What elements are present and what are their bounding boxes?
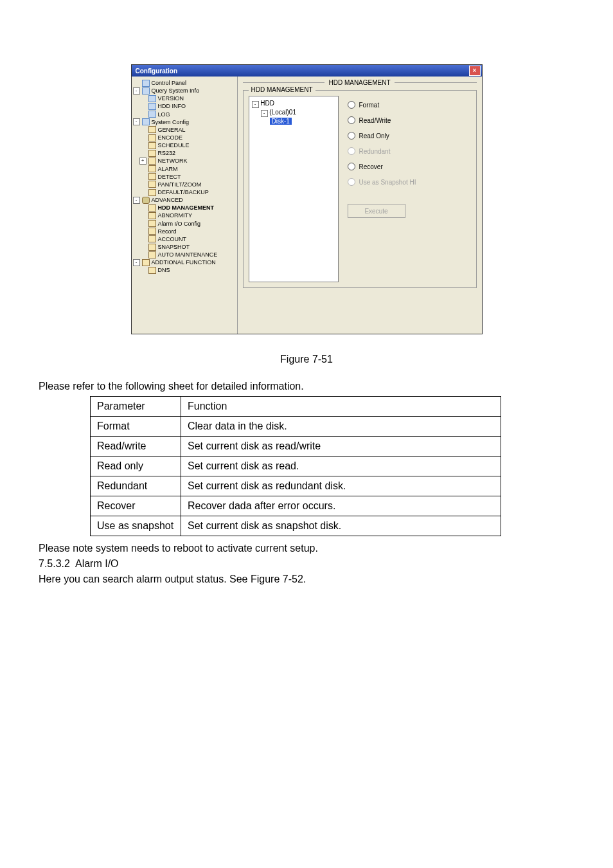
tree-item-label: Record — [158, 228, 177, 235]
radio-read-only[interactable]: Read Only — [348, 132, 466, 140]
tree-item[interactable]: LOG — [133, 111, 236, 118]
collapse-icon[interactable]: - — [252, 101, 259, 108]
tree-item-label: SCHEDULE — [158, 141, 190, 149]
tree-item-label: ENCODE — [158, 134, 183, 141]
tree-item-label: ABNORMITY — [158, 212, 193, 219]
collapse-icon[interactable]: - — [261, 110, 268, 117]
folder-icon — [148, 204, 156, 212]
collapse-icon[interactable]: - — [133, 197, 140, 204]
folder-icon — [148, 150, 156, 157]
table-header-param: Parameter — [91, 397, 181, 417]
table-row: RedundantSet current disk as redundant d… — [91, 476, 501, 496]
close-button[interactable]: × — [469, 66, 481, 76]
tree-item[interactable]: Record — [133, 228, 236, 235]
close-icon: × — [473, 68, 477, 74]
folder-icon — [148, 126, 156, 133]
hdd-tree-root[interactable]: - HDD — [252, 99, 335, 108]
radio-redundant: Redundant — [348, 147, 466, 155]
section-body: Here you can search alarm output status.… — [39, 574, 574, 585]
hdd-tree-local[interactable]: - (Local)01 — [252, 108, 335, 117]
tree-item[interactable]: VERSION — [133, 95, 236, 102]
folder-icon — [148, 134, 156, 141]
content-pane: HDD MANAGEMENT HDD MANAGEMENT - HDD - (L… — [238, 77, 482, 334]
tree-item[interactable]: ABNORMITY — [133, 212, 236, 219]
tree-item-label: ADDTIONAL FUNCTION — [152, 258, 216, 266]
radio-label: Read/Write — [359, 117, 391, 124]
expand-icon[interactable]: + — [139, 158, 147, 165]
hdd-tree-disk[interactable]: Disk-1 — [252, 117, 335, 126]
execute-button[interactable]: Execute — [348, 204, 405, 218]
tree-item[interactable]: -ADVANCED — [133, 196, 236, 204]
parameter-table: Parameter Function FormatClear data in t… — [90, 396, 501, 536]
tree-item[interactable]: AUTO MAINTENANCE — [133, 251, 236, 258]
tree-item[interactable]: Control Panel — [133, 79, 236, 87]
tree-item[interactable]: HDD INFO — [133, 102, 236, 110]
system-icon — [142, 118, 150, 125]
section-number: 7.5.3.2 — [39, 558, 70, 569]
note-text: Please note system needs to reboot to ac… — [39, 543, 574, 554]
radio-label: Format — [359, 102, 380, 109]
config-tree[interactable]: Control Panel-Query System InfoVERSIONHD… — [132, 77, 238, 334]
radio-label: Read Only — [359, 132, 389, 140]
tree-item-label: System Config — [152, 118, 190, 126]
tree-item[interactable]: -Query System Info — [133, 87, 236, 95]
tree-item-label: VERSION — [158, 95, 184, 102]
radio-icon — [348, 178, 355, 186]
radio-format[interactable]: Format — [348, 101, 466, 109]
hdd-tree[interactable]: - HDD - (Local)01 Disk-1 — [249, 96, 339, 282]
tree-item[interactable]: DETECT — [133, 173, 236, 181]
folder-icon — [142, 259, 150, 266]
groupbox-label: HDD MANAGEMENT — [249, 86, 315, 93]
tree-item-label: Alarm I/O Config — [158, 220, 201, 228]
tree-item[interactable]: ENCODE — [133, 134, 236, 141]
tree-item-label: AUTO MAINTENANCE — [158, 251, 218, 258]
radio-label: Recover — [359, 163, 383, 170]
folder-icon — [148, 212, 156, 219]
tree-item-label: DNS — [158, 266, 170, 274]
collapse-icon[interactable]: - — [133, 259, 140, 266]
tree-item[interactable]: ACCOUNT — [133, 235, 236, 243]
system-icon — [142, 80, 150, 87]
panel-title-text: HDD MANAGEMENT — [328, 79, 390, 86]
radio-label: Use as Snapshot HI — [359, 179, 416, 186]
tree-item[interactable]: GENERAL — [133, 126, 236, 134]
folder-icon — [148, 165, 156, 172]
tree-item-label: Query System Info — [152, 87, 200, 95]
tree-item[interactable]: RS232 — [133, 149, 236, 157]
tree-item-label: NETWORK — [158, 157, 188, 165]
radio-read-write[interactable]: Read/Write — [348, 116, 466, 124]
tree-item[interactable]: HDD MANAGEMENT — [133, 204, 236, 212]
tree-item-label: PAN/TILT/ZOOM — [158, 181, 202, 188]
radio-recover[interactable]: Recover — [348, 163, 466, 170]
table-row: Use as snapshotSet current disk as snaps… — [91, 516, 501, 536]
folder-icon — [148, 244, 156, 251]
system-icon — [148, 95, 156, 102]
table-row: RecoverRecover dada after error occurs. — [91, 496, 501, 516]
tree-item[interactable]: SCHEDULE — [133, 141, 236, 149]
hdd-groupbox: HDD MANAGEMENT - HDD - (Local)01 Disk-1 — [243, 90, 477, 288]
collapse-icon[interactable]: - — [133, 87, 140, 95]
panel-section-title: HDD MANAGEMENT — [243, 79, 477, 86]
table-row: Read onlySet current disk as read. — [91, 457, 501, 476]
table-row: Read/writeSet current disk as read/write — [91, 437, 501, 457]
tree-item[interactable]: -System Config — [133, 118, 236, 126]
tree-item[interactable]: DNS — [133, 266, 236, 274]
tree-item-label: GENERAL — [158, 126, 186, 134]
table-row: FormatClear data in the disk. — [91, 417, 501, 437]
tree-item[interactable]: -ADDTIONAL FUNCTION — [133, 258, 236, 266]
tree-item-label: LOG — [158, 111, 170, 118]
tree-item[interactable]: ALARM — [133, 165, 236, 173]
folder-icon — [148, 158, 156, 165]
tree-item[interactable]: DEFAULT/BACKUP — [133, 188, 236, 196]
tree-item[interactable]: PAN/TILT/ZOOM — [133, 181, 236, 188]
tree-item[interactable]: +NETWORK — [133, 157, 236, 165]
radio-icon — [348, 132, 355, 140]
radio-icon — [348, 163, 355, 170]
folder-icon — [148, 220, 156, 227]
tree-item[interactable]: SNAPSHOT — [133, 243, 236, 251]
tree-item[interactable]: Alarm I/O Config — [133, 220, 236, 228]
tree-item-label: SNAPSHOT — [158, 243, 190, 251]
radio-group: FormatRead/WriteRead OnlyRedundantRecove… — [345, 96, 471, 282]
tree-item-label: ACCOUNT — [158, 235, 187, 243]
collapse-icon[interactable]: - — [133, 118, 140, 125]
